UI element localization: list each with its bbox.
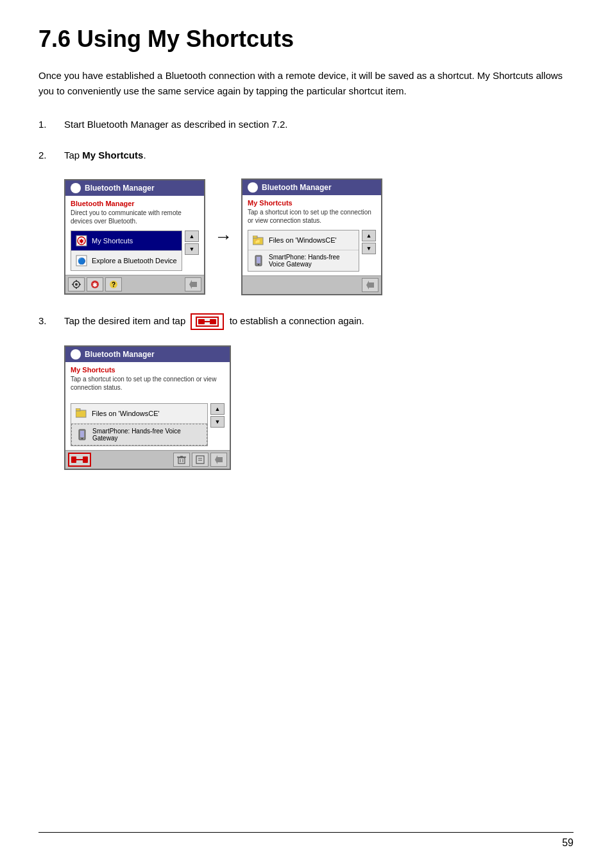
- svg-text:🔵: 🔵: [78, 257, 86, 265]
- scroll-down-1[interactable]: ▼: [185, 243, 199, 255]
- svg-marker-15: [189, 280, 197, 289]
- list-item-files-win[interactable]: 📁 Files on 'WindowsCE': [248, 230, 359, 250]
- bt-list-scroll-2: 📁 Files on 'WindowsCE': [248, 230, 376, 272]
- step-3: 3. Tap the desired item and tap to estab…: [38, 313, 574, 330]
- delete-btn-3[interactable]: [173, 453, 190, 467]
- step-2-screenshots: ✱ Bluetooth Manager Bluetooth Manager Di…: [64, 178, 574, 295]
- scroll-up-2[interactable]: ▲: [362, 230, 376, 241]
- step-2: 2. Tap My Shortcuts.: [38, 148, 574, 163]
- step-1-number: 1.: [38, 117, 64, 132]
- svg-rect-35: [178, 458, 185, 464]
- bt-description-3: Tap a shortcut icon to set up the connec…: [71, 375, 225, 392]
- bt-star-icon-3: ✱: [71, 349, 81, 360]
- svg-text:📁: 📁: [255, 238, 260, 244]
- list-item-files-win-3[interactable]: Files on 'WindowsCE': [71, 404, 207, 424]
- svg-point-6: [75, 283, 78, 286]
- smartphone-icon: [252, 254, 265, 267]
- svg-point-31: [81, 438, 83, 439]
- bt-description-1: Direct you to communicate with remote de…: [71, 209, 199, 225]
- scroll-up-1[interactable]: ▲: [185, 230, 199, 242]
- svg-marker-43: [215, 455, 223, 464]
- bt-body-2: My Shortcuts Tap a shortcut icon to set …: [242, 195, 381, 275]
- explore-icon: 🔵: [75, 254, 88, 267]
- files-label: Files on 'WindowsCE': [269, 236, 337, 244]
- svg-marker-22: [366, 281, 374, 290]
- page-title: 7.6 Using My Shortcuts: [38, 26, 574, 53]
- intro-paragraph: Once you have established a Bluetooth co…: [38, 68, 574, 99]
- files-label-3: Files on 'WindowsCE': [92, 410, 160, 417]
- scroll-btns-1: ▲ ▼: [185, 230, 199, 271]
- connect-button-icon: [191, 313, 224, 330]
- list-item-my-shortcuts[interactable]: ✱ My Shortcuts: [71, 231, 182, 251]
- bt-off-btn-1[interactable]: ✱: [87, 277, 103, 291]
- back-btn-1[interactable]: [185, 277, 201, 291]
- svg-rect-27: [76, 410, 86, 417]
- scroll-down-3[interactable]: ▼: [210, 416, 225, 428]
- bt-list-scroll-3: Files on 'WindowsCE' SmartPhone: Hands-f…: [71, 403, 225, 446]
- bt-title-bar-2: ✱ Bluetooth Manager: [242, 180, 381, 195]
- list-item-explore[interactable]: 🔵 Explore a Bluetooth Device: [71, 251, 182, 270]
- smartphone-label: SmartPhone: Hands-free Voice Gateway: [269, 254, 355, 268]
- svg-rect-20: [257, 257, 260, 263]
- svg-text:?: ?: [112, 281, 115, 288]
- svg-rect-40: [196, 456, 204, 464]
- scroll-up-3[interactable]: ▲: [210, 403, 225, 415]
- svg-point-21: [258, 264, 259, 265]
- bt-section-title-2: My Shortcuts: [248, 199, 376, 207]
- back-btn-3[interactable]: [210, 453, 227, 467]
- help-btn-1[interactable]: ?: [105, 277, 122, 291]
- step-2-content: Tap My Shortcuts.: [64, 148, 574, 163]
- bt-star-icon-1: ✱: [71, 183, 81, 193]
- bt-window-1: ✱ Bluetooth Manager Bluetooth Manager Di…: [64, 179, 205, 295]
- bt-list-items-2: 📁 Files on 'WindowsCE': [248, 230, 359, 272]
- svg-rect-28: [76, 408, 80, 411]
- bt-title-bar-1: ✱ Bluetooth Manager: [65, 180, 204, 196]
- list-item-smartphone-3[interactable]: SmartPhone: Hands-free Voice Gateway: [71, 424, 207, 446]
- step-2-bold: My Shortcuts: [82, 150, 143, 161]
- svg-rect-32: [71, 456, 76, 463]
- smartphone-icon-3: [76, 428, 89, 441]
- settings-btn-1[interactable]: [68, 277, 85, 291]
- step-3-content: Tap the desired item and tap to establis…: [64, 313, 574, 330]
- properties-btn-3[interactable]: [192, 453, 208, 467]
- back-btn-2[interactable]: [362, 278, 378, 292]
- bottom-line: [38, 832, 574, 833]
- bt-toolbar-1: ✱ ?: [65, 275, 204, 293]
- list-item-smartphone[interactable]: SmartPhone: Hands-free Voice Gateway: [248, 250, 359, 271]
- bt-list-scroll-1: ✱ My Shortcuts 🔵 Explore a Bluetooth: [71, 230, 199, 271]
- smartphone-label-3: SmartPhone: Hands-free Voice Gateway: [92, 428, 203, 442]
- svg-rect-17: [253, 236, 257, 238]
- scroll-down-2[interactable]: ▼: [362, 243, 376, 254]
- bt-window-3: ✱ Bluetooth Manager My Shortcuts Tap a s…: [64, 345, 231, 470]
- svg-rect-24: [198, 319, 205, 324]
- bt-section-title-1: Bluetooth Manager: [71, 200, 199, 207]
- my-shortcuts-label: My Shortcuts: [92, 237, 133, 245]
- bt-list-items-3: Files on 'WindowsCE' SmartPhone: Hands-f…: [71, 403, 208, 446]
- svg-rect-33: [83, 456, 88, 463]
- svg-text:✱: ✱: [79, 238, 84, 245]
- bt-title-1: Bluetooth Manager: [85, 184, 155, 193]
- bt-toolbar-3: [65, 450, 230, 469]
- bt-section-title-3: My Shortcuts: [71, 366, 225, 374]
- scroll-btns-2: ▲ ▼: [362, 230, 376, 272]
- scroll-btns-3: ▲ ▼: [210, 403, 225, 446]
- bt-title-2: Bluetooth Manager: [262, 183, 332, 192]
- step-3-number: 3.: [38, 313, 64, 329]
- bt-description-2: Tap a shortcut icon to set up the connec…: [248, 208, 376, 225]
- bt-list-items-1: ✱ My Shortcuts 🔵 Explore a Bluetooth: [71, 230, 182, 271]
- bt-title-bar-3: ✱ Bluetooth Manager: [65, 347, 230, 362]
- page-number: 59: [562, 837, 574, 849]
- bt-star-icon-2: ✱: [248, 182, 258, 193]
- svg-rect-25: [210, 319, 216, 324]
- svg-rect-30: [80, 431, 84, 437]
- step-1: 1. Start Bluetooth Manager as described …: [38, 117, 574, 132]
- connect-btn-3[interactable]: [68, 453, 91, 467]
- step-2-number: 2.: [38, 148, 64, 163]
- files-icon-3: [75, 407, 88, 420]
- svg-text:✱: ✱: [92, 282, 98, 288]
- bt-title-3: Bluetooth Manager: [85, 350, 155, 359]
- my-shortcuts-icon: ✱: [75, 234, 88, 247]
- bt-window-2: ✱ Bluetooth Manager My Shortcuts Tap a s…: [241, 178, 382, 295]
- step-3-screenshot: ✱ Bluetooth Manager My Shortcuts Tap a s…: [64, 345, 574, 470]
- arrow-right: →: [214, 227, 232, 247]
